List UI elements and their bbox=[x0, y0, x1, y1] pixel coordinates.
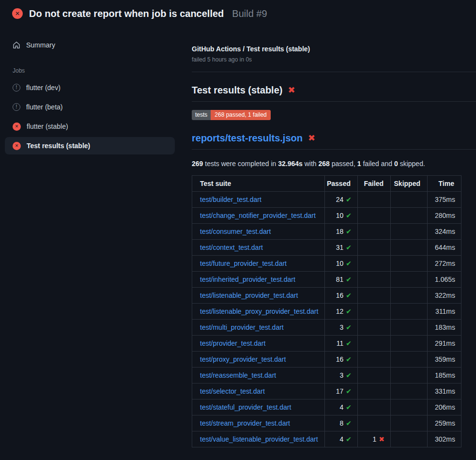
check-icon: ✔ bbox=[346, 212, 352, 219]
check-icon: ✔ bbox=[346, 435, 352, 443]
sidebar-item-flutter-beta[interactable]: !flutter (beta) bbox=[5, 98, 175, 116]
skipped-cell bbox=[391, 320, 428, 336]
skipped-cell bbox=[391, 240, 428, 256]
test-suite-link[interactable]: test/consumer_test.dart bbox=[200, 228, 271, 235]
time-cell: 272ms bbox=[428, 256, 461, 272]
jobs-section-label: Jobs bbox=[0, 67, 180, 74]
test-suite-link[interactable]: test/listenable_provider_test.dart bbox=[200, 291, 298, 299]
failed-icon: ✖ bbox=[308, 134, 315, 142]
failed-cell bbox=[358, 399, 391, 415]
check-icon: ✔ bbox=[346, 196, 352, 203]
skipped-cell bbox=[391, 256, 428, 272]
test-suite-link[interactable]: test/stateful_provider_test.dart bbox=[200, 403, 291, 411]
time-cell: 322ms bbox=[428, 288, 461, 304]
column-header-test-suite: Test suite bbox=[192, 176, 325, 192]
passed-cell: 10✔ bbox=[325, 208, 358, 224]
failed-cell bbox=[358, 224, 391, 240]
test-suite-link[interactable]: test/proxy_provider_test.dart bbox=[200, 355, 286, 363]
tests-badge: tests 268 passed, 1 failed bbox=[192, 110, 271, 120]
summary-part: tests were completed in bbox=[203, 160, 278, 168]
sidebar-item-flutter-dev[interactable]: !flutter (dev) bbox=[5, 79, 175, 96]
column-header-passed: Passed bbox=[325, 176, 358, 192]
skipped-cell bbox=[391, 208, 428, 224]
sidebar-item-flutter-stable[interactable]: ✕flutter (stable) bbox=[5, 118, 175, 135]
table-row: test/builder_test.dart24✔375ms bbox=[192, 192, 461, 208]
test-suite-link[interactable]: test/provider_test.dart bbox=[200, 339, 265, 347]
test-suite-link[interactable]: test/multi_provider_test.dart bbox=[200, 323, 284, 331]
failed-cell bbox=[358, 208, 391, 224]
test-suite-link[interactable]: test/value_listenable_provider_test.dart bbox=[200, 435, 318, 443]
failed-cell bbox=[358, 256, 391, 272]
time-cell: 183ms bbox=[428, 320, 461, 336]
section-title-text: Test results (stable) bbox=[192, 85, 282, 95]
check-icon: ✔ bbox=[346, 339, 352, 347]
check-icon: ✔ bbox=[346, 403, 352, 411]
build-number: Build #9 bbox=[232, 8, 267, 19]
count-value: 11 bbox=[337, 339, 344, 347]
failed-icon: ✕ bbox=[13, 142, 21, 150]
status-line: failed 5 hours ago in 0s bbox=[192, 56, 476, 63]
passed-cell: 18✔ bbox=[325, 224, 358, 240]
skipped-cell bbox=[391, 272, 428, 288]
failed-cell bbox=[358, 304, 391, 320]
report-file-link[interactable]: reports/test-results.json bbox=[192, 133, 303, 143]
summary-part: 269 bbox=[192, 160, 203, 168]
check-icon: ✔ bbox=[346, 419, 352, 427]
time-cell: 280ms bbox=[428, 208, 461, 224]
time-cell: 375ms bbox=[428, 192, 461, 208]
passed-cell: 16✔ bbox=[325, 288, 358, 304]
count-value: 24 bbox=[336, 196, 344, 203]
table-row: test/value_listenable_provider_test.dart… bbox=[192, 431, 461, 447]
column-header-time: Time bbox=[428, 176, 461, 192]
main-content: GitHub Actions / Test results (stable) f… bbox=[180, 27, 476, 447]
check-icon: ✔ bbox=[346, 260, 352, 267]
test-suite-link[interactable]: test/stream_provider_test.dart bbox=[200, 419, 290, 427]
count-value: 3 bbox=[339, 323, 343, 331]
table-row: test/listenable_provider_test.dart16✔322… bbox=[192, 288, 461, 304]
check-icon: ✔ bbox=[346, 323, 352, 331]
passed-cell: 10✔ bbox=[325, 256, 358, 272]
test-suite-link[interactable]: test/selector_test.dart bbox=[200, 387, 265, 395]
summary-line: 269 tests were completed in 32.964s with… bbox=[192, 160, 476, 168]
skipped-cell bbox=[391, 383, 428, 399]
time-cell: 259ms bbox=[428, 415, 461, 431]
summary-part: 32.964s bbox=[278, 160, 303, 168]
skipped-cell bbox=[391, 415, 428, 431]
failed-cell bbox=[358, 320, 391, 336]
section-title: Test results (stable) ✖ bbox=[192, 85, 476, 102]
page-title: Do not create report when job is cancell… bbox=[29, 8, 224, 19]
count-value: 81 bbox=[336, 276, 344, 283]
skipped-cell bbox=[391, 192, 428, 208]
test-suite-link[interactable]: test/inherited_provider_test.dart bbox=[200, 276, 295, 283]
home-icon bbox=[13, 41, 20, 49]
failed-status-icon: ✕ bbox=[12, 8, 23, 19]
time-cell: 206ms bbox=[428, 399, 461, 415]
test-suite-link[interactable]: test/change_notifier_provider_test.dart bbox=[200, 212, 316, 219]
test-results-table: Test suitePassedFailedSkippedTime test/b… bbox=[192, 175, 461, 447]
test-suite-link[interactable]: test/builder_test.dart bbox=[200, 196, 261, 203]
test-suite-link[interactable]: test/listenable_proxy_provider_test.dart bbox=[200, 307, 318, 315]
failed-cell bbox=[358, 272, 391, 288]
count-value: 10 bbox=[336, 260, 344, 267]
skipped-cell bbox=[391, 304, 428, 320]
test-suite-link[interactable]: test/reassemble_test.dart bbox=[200, 371, 276, 379]
count-value: 18 bbox=[336, 228, 344, 235]
summary-part: passed, bbox=[330, 160, 357, 168]
count-value: 12 bbox=[336, 307, 344, 315]
count-value: 4 bbox=[339, 435, 343, 443]
test-suite-link[interactable]: test/future_provider_test.dart bbox=[200, 260, 287, 267]
sidebar-item-summary[interactable]: Summary bbox=[5, 36, 175, 54]
passed-cell: 12✔ bbox=[325, 304, 358, 320]
table-row: test/inherited_provider_test.dart81✔1.06… bbox=[192, 272, 461, 288]
sidebar-item-test-results-stable[interactable]: ✕Test results (stable) bbox=[5, 137, 175, 154]
passed-cell: 4✔ bbox=[325, 399, 358, 415]
table-row: test/future_provider_test.dart10✔272ms bbox=[192, 256, 461, 272]
sidebar-item-label: Summary bbox=[26, 41, 55, 49]
failed-cell bbox=[358, 415, 391, 431]
passed-cell: 31✔ bbox=[325, 240, 358, 256]
sidebar-item-label: Test results (stable) bbox=[27, 142, 90, 150]
breadcrumb: GitHub Actions / Test results (stable) bbox=[192, 45, 476, 53]
count-value: 16 bbox=[336, 355, 344, 363]
test-suite-link[interactable]: test/context_test.dart bbox=[200, 244, 263, 251]
table-header-row: Test suitePassedFailedSkippedTime bbox=[192, 176, 461, 192]
